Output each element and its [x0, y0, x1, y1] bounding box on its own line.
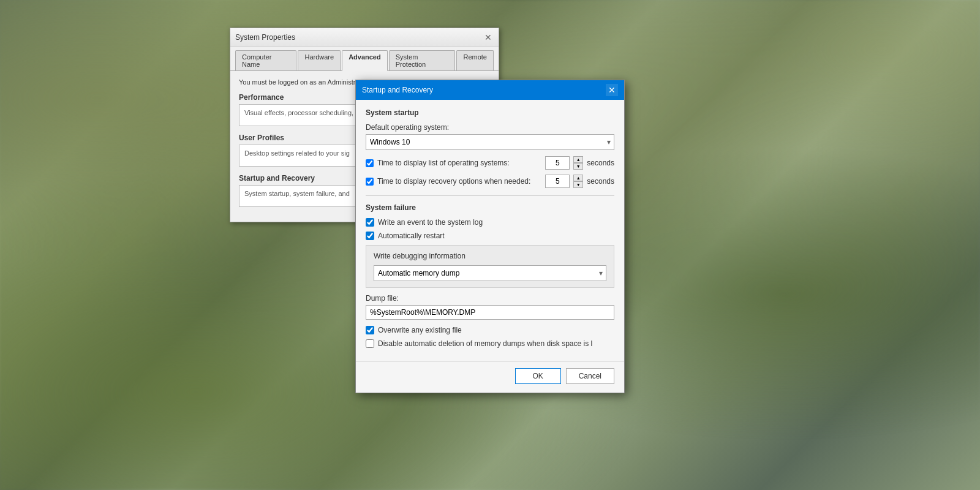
time-display-list-label: Time to display list of operating system…	[377, 159, 541, 167]
startup-recovery-desc: System startup, system failure, and	[244, 190, 350, 197]
time-display-list-up[interactable]: ▲	[573, 156, 583, 163]
disable-auto-delete-label: Disable automatic deletion of memory dum…	[378, 339, 592, 348]
system-props-close-button[interactable]: ✕	[483, 32, 494, 43]
disable-auto-delete-checkbox[interactable]	[366, 339, 374, 348]
tab-remote[interactable]: Remote	[456, 50, 494, 70]
overwrite-label: Overwrite any existing file	[378, 326, 462, 334]
write-debugging-label: Write debugging information	[374, 252, 606, 260]
startup-close-button[interactable]: ✕	[606, 84, 618, 96]
write-debugging-select-wrapper: Automatic memory dump Complete memory du…	[374, 265, 606, 281]
tab-system-protection[interactable]: System Protection	[389, 50, 456, 70]
tab-hardware[interactable]: Hardware	[298, 50, 341, 70]
time-display-recovery-checkbox[interactable]	[366, 178, 374, 186]
default-os-select-wrapper: Windows 10	[366, 134, 614, 150]
cancel-button[interactable]: Cancel	[566, 368, 614, 384]
time-display-recovery-spinners: ▲ ▼	[573, 175, 583, 188]
time-display-list-unit: seconds	[587, 159, 614, 167]
dump-file-group: Dump file:	[366, 294, 614, 320]
write-event-row: Write an event to the system log	[366, 218, 614, 227]
system-props-title: System Properties	[235, 33, 295, 42]
startup-dialog-title: Startup and Recovery	[362, 86, 433, 94]
overwrite-checkbox[interactable]	[366, 326, 374, 334]
time-display-recovery-unit: seconds	[587, 177, 614, 186]
write-event-label: Write an event to the system log	[378, 218, 483, 227]
time-display-list-down[interactable]: ▼	[573, 163, 583, 170]
performance-desc: Visual effects, processor scheduling,	[244, 109, 353, 116]
dialog-footer: OK Cancel	[356, 361, 624, 393]
system-failure-header: System failure	[366, 203, 614, 212]
time-display-recovery-value[interactable]	[545, 175, 570, 188]
time-display-list-checkbox[interactable]	[366, 159, 374, 167]
time-display-recovery-up[interactable]: ▲	[573, 175, 583, 181]
dump-file-label: Dump file:	[366, 294, 614, 303]
ok-button[interactable]: OK	[515, 368, 561, 384]
startup-body: System startup Default operating system:…	[356, 100, 624, 361]
auto-restart-row: Automatically restart	[366, 232, 614, 240]
startup-recovery-dialog: Startup and Recovery ✕ System startup De…	[355, 80, 625, 393]
overwrite-row: Overwrite any existing file	[366, 326, 614, 334]
auto-restart-checkbox[interactable]	[366, 232, 374, 240]
system-props-tabs: Computer Name Hardware Advanced System P…	[230, 47, 499, 71]
auto-restart-label: Automatically restart	[378, 232, 445, 240]
default-os-select[interactable]: Windows 10	[366, 134, 614, 150]
disable-auto-delete-row: Disable automatic deletion of memory dum…	[366, 339, 614, 348]
default-os-group: Default operating system: Windows 10	[366, 123, 614, 150]
write-debugging-select[interactable]: Automatic memory dump Complete memory du…	[374, 265, 606, 281]
time-display-recovery-label: Time to display recovery options when ne…	[377, 177, 541, 186]
time-display-list-value[interactable]	[545, 156, 570, 170]
time-display-recovery-down[interactable]: ▼	[573, 181, 583, 188]
dump-file-input[interactable]	[366, 305, 614, 320]
tab-computer-name[interactable]: Computer Name	[235, 50, 296, 70]
default-os-label: Default operating system:	[366, 123, 614, 132]
system-startup-header: System startup	[366, 108, 614, 117]
time-display-list-group: Time to display list of operating system…	[366, 156, 614, 170]
time-display-list-spinners: ▲ ▼	[573, 156, 583, 170]
startup-titlebar: Startup and Recovery ✕	[356, 80, 624, 100]
write-event-checkbox[interactable]	[366, 218, 374, 227]
user-profiles-desc: Desktop settings related to your sig	[244, 149, 350, 157]
tab-advanced[interactable]: Advanced	[342, 50, 388, 71]
system-props-titlebar: System Properties ✕	[230, 28, 499, 47]
section-divider	[366, 195, 614, 196]
write-debugging-section: Write debugging information Automatic me…	[366, 245, 614, 288]
time-display-recovery-group: Time to display recovery options when ne…	[366, 175, 614, 188]
